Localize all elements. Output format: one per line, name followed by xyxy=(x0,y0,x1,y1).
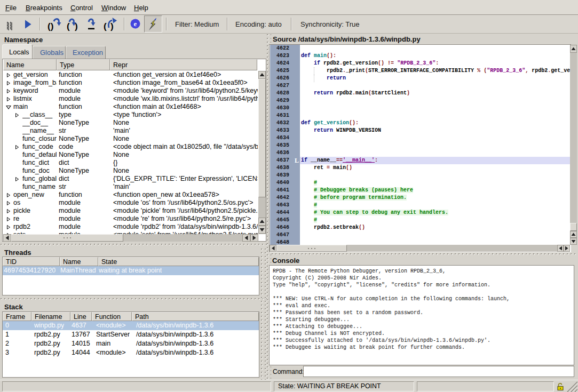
svg-text:e: e xyxy=(134,20,137,28)
svg-text:(: ( xyxy=(104,21,107,31)
svg-text:(): () xyxy=(47,21,53,31)
svg-text:(: ( xyxy=(67,21,70,31)
svg-text:): ) xyxy=(110,21,114,31)
